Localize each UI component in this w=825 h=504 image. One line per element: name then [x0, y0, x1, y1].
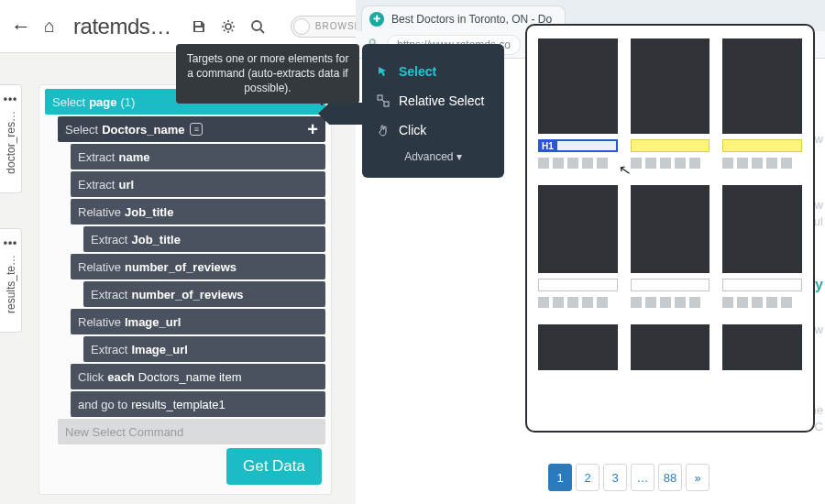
- favicon: ✚: [369, 12, 384, 27]
- page-next[interactable]: »: [686, 464, 710, 491]
- cmd-keyword: Extract: [91, 343, 127, 356]
- menu-advanced[interactable]: Advanced ▾: [375, 150, 491, 163]
- preview-card[interactable]: [631, 38, 710, 169]
- preview-image: [722, 38, 802, 134]
- new-command-label: New Select Command: [65, 425, 183, 439]
- back-icon[interactable]: ←: [11, 15, 31, 38]
- menu-label: Relative Select: [399, 93, 484, 108]
- preview-card[interactable]: [722, 38, 802, 169]
- relative-jobtitle-row[interactable]: Relative Job_title: [71, 199, 325, 225]
- cmd-target: number_of_reviews: [125, 260, 236, 274]
- list-icon: ≡: [190, 123, 203, 136]
- gear-icon[interactable]: [221, 19, 236, 34]
- menu-label: Click: [399, 123, 426, 137]
- menu-label: Advanced: [404, 150, 453, 163]
- cmd-target: name: [118, 150, 149, 164]
- preview-card[interactable]: [538, 185, 618, 308]
- svg-line-10: [231, 22, 232, 23]
- preview-rating: [538, 297, 618, 308]
- cmd-target: number_of_reviews: [131, 288, 243, 301]
- hand-icon: [377, 124, 390, 137]
- extract-jobtitle-row[interactable]: Extract Job_title: [83, 226, 325, 252]
- toolbar-nav: ← ⌂ ratemds… BROWSE: [11, 14, 371, 39]
- cmd-keyword: Extract: [91, 288, 127, 301]
- cmd-keyword: Relative: [78, 315, 121, 329]
- preview-card[interactable]: [631, 324, 710, 370]
- preview-title-bar-highlight: [631, 139, 710, 152]
- cmd-keyword: Extract: [91, 233, 127, 247]
- element-tag-badge: H1: [538, 140, 557, 152]
- cmd-keyword: and go to: [78, 398, 127, 411]
- preview-title-bar: [631, 279, 710, 291]
- svg-line-7: [224, 22, 225, 23]
- preview-image: [538, 185, 618, 273]
- search-icon[interactable]: [250, 19, 265, 34]
- tooltip: Targets one or more elements for a comma…: [176, 44, 359, 104]
- svg-line-12: [260, 29, 264, 33]
- new-command-row[interactable]: New Select Command: [58, 419, 325, 444]
- cmd-target: url: [118, 178, 134, 192]
- page-2[interactable]: 2: [576, 464, 600, 491]
- save-icon[interactable]: [192, 19, 206, 34]
- command-panel: Select page (1) + Select Doctors_name ≡ …: [38, 84, 332, 495]
- menu-item-select[interactable]: Select: [375, 57, 491, 86]
- cmd-target: Doctors_name item: [138, 370, 242, 384]
- goto-row[interactable]: and go to results_template1: [71, 391, 325, 417]
- cmd-keyword: Extract: [78, 178, 115, 192]
- preview-rating: [538, 158, 618, 169]
- preview-card[interactable]: [722, 324, 802, 370]
- toggle-knob: [293, 18, 310, 35]
- menu-item-click[interactable]: Click: [375, 115, 491, 145]
- browse-label: BROWSE: [315, 21, 361, 31]
- cmd-keyword: Click: [78, 370, 104, 384]
- preview-card[interactable]: [631, 185, 710, 308]
- preview-rating: [722, 158, 802, 169]
- preview-image: [722, 324, 802, 370]
- preview-rating: [722, 297, 802, 308]
- cmd-target: results_template1: [131, 398, 226, 411]
- template-tab-1[interactable]: ••• doctor_res…: [0, 84, 22, 193]
- cmd-count: (1): [120, 95, 135, 109]
- click-each-row[interactable]: Click each Doctors_name item: [71, 364, 325, 389]
- menu-item-relative-select[interactable]: Relative Select: [375, 86, 491, 115]
- template-tab-2[interactable]: ••• results_te…: [0, 228, 22, 333]
- project-title: ratemds…: [73, 14, 171, 39]
- cmd-keyword: Relative: [78, 260, 121, 274]
- select-doctors-row[interactable]: Select Doctors_name ≡ +: [58, 116, 325, 142]
- preview-image: [722, 185, 802, 273]
- svg-rect-1: [195, 27, 203, 31]
- preview-image: [631, 185, 710, 273]
- plus-icon[interactable]: +: [307, 119, 318, 140]
- page-88[interactable]: 88: [658, 464, 682, 491]
- svg-point-2: [226, 24, 231, 29]
- cursor-icon: [377, 65, 390, 78]
- extract-reviews-row[interactable]: Extract number_of_reviews: [83, 281, 325, 307]
- relative-imageurl-row[interactable]: Relative Image_url: [71, 309, 325, 334]
- relative-reviews-row[interactable]: Relative number_of_reviews: [71, 254, 325, 279]
- svg-rect-0: [195, 22, 201, 26]
- page-3[interactable]: 3: [603, 464, 627, 491]
- preview-card[interactable]: [538, 324, 618, 370]
- preview-card[interactable]: [722, 185, 802, 308]
- preview-title-bar: [722, 279, 802, 291]
- preview-rating: [631, 297, 710, 308]
- preview-image: [631, 324, 710, 370]
- svg-line-15: [382, 100, 384, 102]
- get-data-button[interactable]: Get Data: [226, 448, 322, 485]
- home-icon[interactable]: ⌂: [44, 16, 55, 37]
- cmd-target: Job_title: [131, 233, 180, 247]
- template-tabs: ••• doctor_res… ••• results_te…: [0, 84, 22, 333]
- extract-name-row[interactable]: Extract name: [71, 144, 325, 170]
- page-1[interactable]: 1: [548, 464, 572, 491]
- extract-url-row[interactable]: Extract url: [71, 171, 325, 197]
- template-tab-label: results_te…: [5, 255, 17, 313]
- svg-rect-14: [384, 102, 389, 106]
- page-ellipsis: …: [631, 464, 654, 491]
- cmd-keyword: Relative: [78, 205, 121, 219]
- dom-preview-overlay: H1 ↖: [525, 24, 815, 433]
- extract-imageurl-row[interactable]: Extract Image_url: [83, 336, 325, 362]
- ellipsis-icon: •••: [4, 93, 18, 105]
- preview-image: [538, 38, 618, 134]
- preview-image: [631, 38, 710, 134]
- svg-line-8: [231, 29, 232, 30]
